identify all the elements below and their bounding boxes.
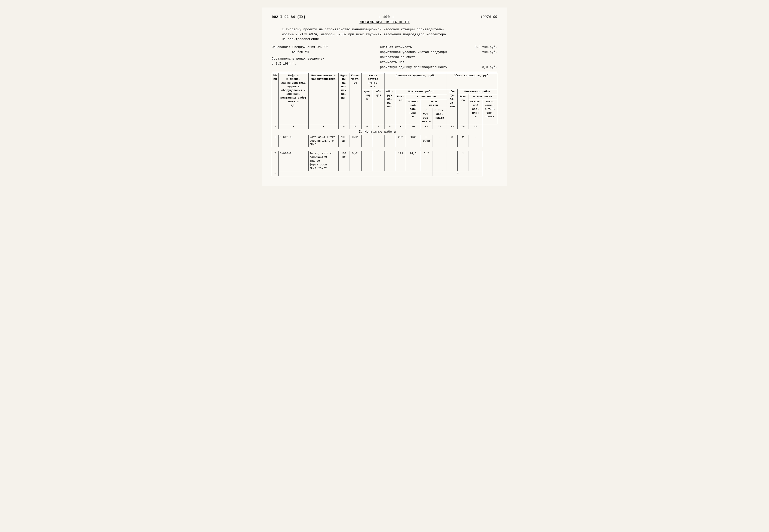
colnum-2: 2 [278, 124, 308, 129]
th-ekspl-sub: в т.ч.зар-плата [433, 108, 447, 124]
main-title: ЛОКАЛЬНАЯ СМЕТА № II [272, 20, 497, 25]
meta-left: Основание: Спецификация ЭМ.С02 Альбом УП… [272, 45, 373, 70]
row1-mass-total [373, 135, 384, 147]
row1-osnovnoy2: 2 [458, 135, 468, 147]
row2-mass-total [373, 151, 384, 171]
th-col5: Коли-чест-во [349, 73, 361, 124]
row2-sub: ~ в [272, 171, 497, 176]
table-row: I 8-612-9 Установка щиткаосветительногоО… [272, 135, 497, 147]
row2-unit: 100шт [338, 151, 349, 171]
row1-num: I [272, 135, 279, 147]
row2-name: То же, щита спонижающим трансо-форматоро… [308, 151, 338, 171]
spacer-row-1 [272, 147, 497, 151]
main-table: №№пп Шифр и№ прейс-характеристикакуранта… [272, 73, 497, 176]
colnum-14: I4 [458, 124, 468, 129]
doc-id: 19976-09 [467, 15, 497, 19]
colnum-8: 8 [384, 124, 395, 129]
colnum-3: 3 [308, 124, 338, 129]
meta-right: Сметная стоимость 0,3 тыс.руб. Нормативн… [380, 45, 497, 70]
row2-vsego: 179 [395, 151, 406, 171]
colnum-7: 7 [373, 124, 384, 129]
row1-qty: 0,01 [349, 135, 361, 147]
smetnaya-value: 0,3 тыс.руб. [475, 45, 497, 50]
row2-code: 8-610-2 [278, 151, 308, 171]
row1-name: Установка щиткаосветительногоОЩ-6 [308, 135, 338, 147]
th-ekspl: экспмашин [420, 99, 447, 108]
th-mass-header: Масса бруттонеттов т [362, 73, 384, 89]
header-row-1: №№пп Шифр и№ прейс-характеристикакуранта… [272, 73, 497, 89]
th-montazh2: Монтажных работ [458, 89, 497, 94]
row2-qty: 0,01 [349, 151, 361, 171]
row1-ekspl: 6 2,13 [420, 135, 433, 147]
row1-oborud2: - [433, 135, 447, 147]
row1-osnovnoy: 162 [406, 135, 420, 147]
row2-mass-unit [362, 151, 373, 171]
colnum-10: 10 [406, 124, 420, 129]
colnum-13: I3 [447, 124, 458, 129]
th-osnovnoy2: основ-нойзар-платы [468, 99, 483, 124]
table-row: 2 8-610-2 То же, щита спонижающим трансо… [272, 151, 497, 171]
colnum-5: 5 [349, 124, 361, 129]
row1-vsego2: 3 [447, 135, 458, 147]
th-col2: Шифр и№ прейс-характеристикакуранта обор… [278, 73, 308, 124]
row1-code: 8-612-9 [278, 135, 308, 147]
page-number: - 100 - [305, 15, 467, 19]
raschetnuyu-label: расчетную единицу производительности [380, 65, 448, 70]
th-stoimost-header: Стоимость единицы, руб. [384, 73, 447, 89]
colnum-6: 6 [362, 124, 373, 129]
smetnaya-row: Сметная стоимость 0,3 тыс.руб. [380, 45, 497, 50]
colnum-11: II [420, 124, 433, 129]
row2-oborud [384, 151, 395, 171]
th-col1: №№пп [272, 73, 279, 124]
colnum-9: 9 [395, 124, 406, 129]
row2-osnovnoy2: 1 [458, 151, 468, 171]
row1-ekspl2: - [468, 135, 483, 147]
th-vtomchisle: в том числе [406, 94, 447, 99]
th-col3: Наименование ихарактеристика [308, 73, 338, 124]
raschetnuyu-value: -3,0 руб. [480, 65, 497, 70]
th-oborud2: обо-ру-до-ва-ния [447, 89, 458, 124]
sostavlena-label: Составлена в ценах введенных [272, 56, 373, 61]
th-vsego2: Все-го [458, 94, 468, 124]
header-top: 902-I-92-84 (IX) - 100 - 19976-09 [272, 15, 497, 19]
th-mass-total: об-щая [373, 89, 384, 124]
row2-ekspl2 [468, 151, 483, 171]
description: К типовому проекту на строительство кана… [282, 27, 487, 42]
desc-line3: На электроосвещение [282, 37, 487, 42]
th-oborud: обо-ру-до-ва-ния [384, 89, 395, 124]
sostavlena-date: с 1.I.1984 г. [272, 61, 373, 66]
colnum-1: 1 [272, 124, 279, 129]
normativnaya-row: Нормативная условно-чистая продукция тыс… [380, 50, 497, 55]
row1-oborud [384, 135, 395, 147]
normativnaya-value: тыс.руб. [482, 50, 497, 55]
colnum-4: 4 [338, 124, 349, 129]
meta-section: Основание: Спецификация ЭМ.С02 Альбом УП… [272, 45, 497, 70]
colnum-12: I2 [433, 124, 447, 129]
row2-vsego2 [447, 151, 458, 171]
th-col4: Еди-ницаиз-ме-ре-ния [338, 73, 349, 124]
row2-ekspl: 3,2 [420, 151, 433, 171]
th-osnovnoy: основ-нойзар-платы [406, 99, 420, 124]
stoimost-label: Стоимость на: [380, 60, 497, 65]
row2-sub-1: ~ [272, 171, 279, 176]
th-ekspl2: эксп.машин.б т.ч.зар-плата [483, 99, 497, 124]
th-mass-unit: еди-ницы [362, 89, 373, 124]
colnum-15: 15 [468, 124, 483, 129]
normativnaya-label: Нормативная условно-чистая продукция [380, 50, 448, 55]
section1-title-row: I. Монтажные работы [272, 129, 497, 135]
pokazateli-label: Показатели по смете [380, 55, 497, 60]
desc-line2: ностью 25-173 м3/ч, напором 6-65м при вс… [282, 32, 487, 37]
th-obshaya-header: Общая стоимость, руб. [447, 73, 497, 89]
desc-line1: К типовому проекту на строительство кана… [282, 27, 487, 32]
th-montazh: Монтажных работ [395, 89, 447, 94]
row1-vsego: 262 [395, 135, 406, 147]
row1-unit: 100шт [338, 135, 349, 147]
th-vtomchisle2: в том числе [468, 94, 497, 99]
divider-thick [272, 72, 497, 72]
th-vsego: Все-го [395, 94, 406, 124]
doc-number: 902-I-92-84 (IX) [272, 15, 305, 19]
osnov-label: Основание: Спецификация ЭМ.С02 [272, 45, 373, 50]
row1-mass-unit [362, 135, 373, 147]
raschetnuyu-row: расчетную единицу производительности -3,… [380, 65, 497, 70]
row2-note: в [433, 171, 483, 176]
